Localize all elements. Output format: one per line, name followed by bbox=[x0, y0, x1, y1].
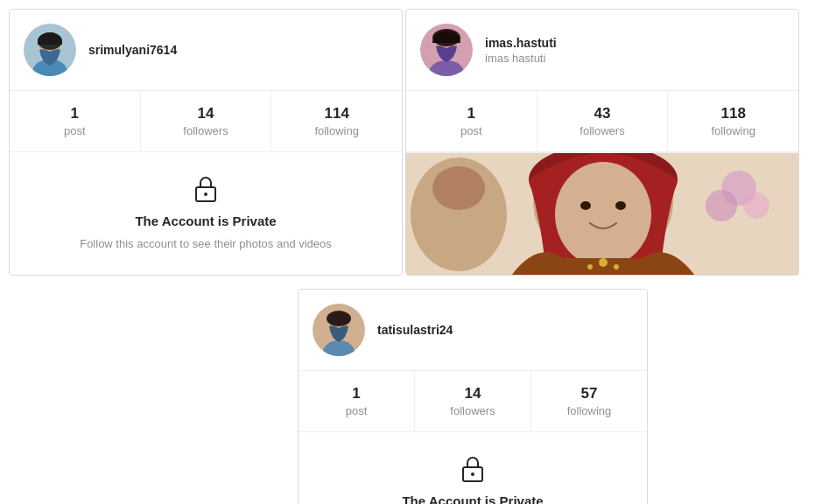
posts-count-srimulyani: 1 bbox=[71, 105, 79, 122]
following-count-imas: 118 bbox=[720, 105, 745, 122]
stat-followers-imas: 43 followers bbox=[537, 91, 669, 151]
username-imas: imas.hastuti bbox=[485, 36, 557, 50]
posts-count-imas: 1 bbox=[467, 105, 475, 122]
following-label-srimulyani: following bbox=[314, 124, 359, 137]
followers-label-srimulyani: followers bbox=[183, 124, 228, 137]
profile-info-srimulyani: srimulyani7614 bbox=[88, 43, 177, 57]
stats-row-tatisulastri: 1 post 14 followers 57 following bbox=[299, 371, 647, 432]
stats-row-srimulyani: 1 post 14 followers 114 following bbox=[10, 91, 402, 152]
svg-point-17 bbox=[615, 201, 626, 210]
profile-card-tatisulastri: tatisulastri24 1 post 14 followers 57 fo… bbox=[298, 289, 648, 504]
username-tatisulastri: tatisulastri24 bbox=[377, 323, 453, 337]
svg-point-22 bbox=[743, 192, 769, 219]
profile-header-imas: imas.hastuti imas hastuti bbox=[406, 10, 798, 91]
stat-posts-tatisulastri: 1 post bbox=[299, 371, 415, 431]
stat-following-imas: 118 following bbox=[668, 91, 798, 151]
followers-label-imas: followers bbox=[580, 124, 624, 137]
avatar-srimulyani bbox=[24, 24, 76, 76]
stat-following-tatisulastri: 57 following bbox=[531, 371, 647, 431]
following-count-srimulyani: 114 bbox=[324, 105, 348, 122]
followers-count-imas: 43 bbox=[594, 105, 611, 122]
profile-header-srimulyani: srimulyani7614 bbox=[10, 10, 402, 91]
avatar-imas bbox=[420, 24, 473, 76]
stats-row-imas: 1 post 43 followers 118 following bbox=[406, 91, 798, 152]
followers-label-tatisulastri: followers bbox=[450, 404, 495, 417]
stat-posts-srimulyani: 1 post bbox=[10, 91, 141, 151]
stat-posts-imas: 1 post bbox=[406, 91, 537, 151]
profile-card-srimulyani: srimulyani7614 1 post 14 followers 114 f… bbox=[9, 9, 403, 276]
posts-label-tatisulastri: post bbox=[346, 404, 368, 417]
svg-point-5 bbox=[204, 192, 207, 196]
svg-point-18 bbox=[599, 258, 608, 267]
photo-grid-imas bbox=[406, 152, 798, 275]
posts-label-imas: post bbox=[460, 124, 482, 137]
svg-point-29 bbox=[471, 472, 474, 476]
svg-point-15 bbox=[555, 162, 651, 267]
private-title-tatisulastri: The Account is Private bbox=[402, 494, 543, 504]
svg-point-19 bbox=[587, 264, 593, 270]
svg-point-12 bbox=[432, 166, 485, 210]
lock-icon-tatisulastri bbox=[457, 453, 488, 485]
profile-info-tatisulastri: tatisulastri24 bbox=[377, 323, 453, 337]
posts-count-tatisulastri: 1 bbox=[352, 385, 360, 402]
username-srimulyani: srimulyani7614 bbox=[88, 43, 177, 57]
private-section-tatisulastri: The Account is Private Follow this accou… bbox=[299, 432, 647, 504]
stat-following-srimulyani: 114 following bbox=[271, 91, 402, 151]
profile-info-imas: imas.hastuti imas hastuti bbox=[485, 36, 557, 65]
lock-icon-srimulyani bbox=[190, 173, 221, 205]
profile-header-tatisulastri: tatisulastri24 bbox=[299, 290, 647, 371]
followers-count-tatisulastri: 14 bbox=[465, 385, 481, 402]
private-section-srimulyani: The Account is Private Follow this accou… bbox=[10, 152, 402, 275]
stat-followers-srimulyani: 14 followers bbox=[141, 91, 272, 151]
following-label-imas: following bbox=[711, 124, 755, 137]
svg-point-27 bbox=[327, 311, 351, 326]
following-count-tatisulastri: 57 bbox=[581, 385, 598, 402]
displayname-imas: imas hastuti bbox=[485, 52, 557, 65]
svg-point-23 bbox=[706, 190, 737, 221]
avatar-tatisulastri bbox=[313, 304, 365, 356]
following-label-tatisulastri: following bbox=[567, 404, 612, 417]
stat-followers-tatisulastri: 14 followers bbox=[415, 371, 531, 431]
private-title-srimulyani: The Account is Private bbox=[135, 214, 276, 228]
profile-card-imas: imas.hastuti imas hastuti 1 post 43 foll… bbox=[405, 9, 799, 276]
followers-count-srimulyani: 14 bbox=[198, 105, 214, 122]
svg-point-20 bbox=[614, 264, 619, 270]
svg-point-16 bbox=[580, 201, 591, 210]
posts-label-srimulyani: post bbox=[64, 124, 86, 137]
private-subtitle-srimulyani: Follow this account to see their photos … bbox=[80, 237, 332, 250]
